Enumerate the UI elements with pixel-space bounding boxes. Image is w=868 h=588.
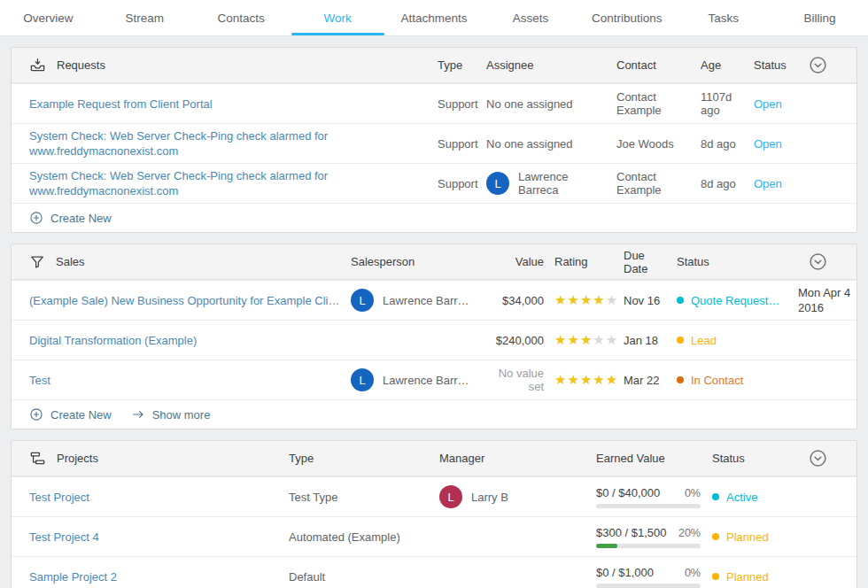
request-assignee: No one assigned: [476, 137, 606, 151]
requests-panel-title: Requests: [12, 57, 427, 74]
status-dot: [712, 573, 719, 580]
sale-due-date: Mar 22: [613, 374, 666, 387]
avatar: L: [351, 289, 374, 312]
earned-amount: $0 / $1,000: [596, 566, 654, 579]
column-header-status: Status: [701, 452, 787, 465]
earned-percent: 0%: [685, 487, 701, 499]
project-title-link[interactable]: Sample Project 2: [12, 569, 278, 584]
progress-bar: [596, 544, 701, 548]
tab-billing[interactable]: Billing: [771, 0, 868, 35]
status-dot: [677, 337, 684, 344]
tab-assets[interactable]: Assets: [482, 0, 578, 35]
column-header-status: Status: [666, 255, 787, 268]
request-contact: Contact Example: [606, 170, 690, 197]
request-title-link[interactable]: System Check: Web Server Check-Ping chec…: [12, 128, 427, 159]
sale-status-link[interactable]: Lead: [691, 334, 717, 347]
sale-salesperson: L Lawrence Barreca: [340, 289, 475, 312]
sale-salesperson: L Lawrence Barreca: [340, 368, 475, 391]
request-age: 8d ago: [690, 137, 743, 151]
column-header-manager: Manager: [429, 452, 585, 465]
arrow-right-icon: [131, 407, 145, 422]
sale-status-link[interactable]: In Contact: [691, 374, 743, 387]
project-status-link[interactable]: Active: [726, 491, 757, 504]
avatar: L: [439, 485, 462, 508]
sale-title-link[interactable]: Digital Transformation (Example): [12, 333, 340, 348]
create-new-sale-button[interactable]: Create New: [29, 407, 112, 422]
table-row: Sample Project 2 Default $0 / $1,000 0% …: [12, 556, 856, 588]
request-status-link[interactable]: Open: [754, 177, 782, 190]
tab-overview[interactable]: Overview: [0, 0, 97, 35]
assignee-name: Lawrence Barreca: [518, 170, 606, 197]
request-title-link[interactable]: System Check: Web Server Check-Ping chec…: [12, 168, 427, 198]
panel-title-label: Requests: [57, 58, 105, 72]
tab-work[interactable]: Work: [290, 0, 386, 35]
request-age: 8d ago: [690, 177, 743, 190]
sale-title-link[interactable]: (Example Sale) New Business Opportunity …: [12, 293, 340, 308]
tab-attachments[interactable]: Attachments: [386, 0, 483, 35]
chevron-down-circle-icon: [809, 252, 827, 271]
earned-amount: $300 / $1,500: [596, 526, 667, 539]
sale-date: Mon Apr 4 2016: [787, 285, 858, 315]
tab-contacts[interactable]: Contacts: [193, 0, 290, 35]
request-title-link[interactable]: Example Request from Client Portal: [12, 97, 427, 112]
chevron-down-circle-icon: [809, 56, 827, 74]
request-status-link[interactable]: Open: [754, 97, 782, 111]
project-title-link[interactable]: Test Project 4: [12, 530, 278, 545]
tab-stream[interactable]: Stream: [97, 0, 193, 35]
sale-status-link[interactable]: Quote Request…: [691, 294, 779, 307]
avatar: L: [351, 368, 374, 391]
sale-rating-stars[interactable]: ★★★★★: [544, 372, 613, 388]
sale-value: $240,000: [475, 334, 544, 347]
tab-contributions[interactable]: Contributions: [578, 0, 675, 35]
column-header-type: Type: [427, 58, 476, 72]
collapse-panel-button[interactable]: [809, 449, 827, 468]
column-header-age: Age: [690, 58, 743, 72]
table-row: Example Request from Client Portal Suppo…: [12, 83, 856, 123]
table-row: Test L Lawrence Barreca No value set ★★★…: [12, 360, 856, 399]
projects-panel-title: Projects: [12, 450, 278, 467]
status-dot: [677, 297, 684, 304]
column-header-type: Type: [278, 452, 429, 465]
inbox-icon: [29, 57, 46, 74]
tab-tasks[interactable]: Tasks: [675, 0, 771, 35]
project-status-link[interactable]: Planned: [726, 570, 769, 584]
requests-panel: Requests Type Assignee Contact Age Statu…: [11, 47, 857, 233]
table-row: System Check: Web Server Check-Ping chec…: [12, 123, 856, 163]
project-earned-value: $0 / $1,000 0%: [585, 566, 701, 588]
create-new-request-button[interactable]: Create New: [29, 211, 112, 225]
request-type: Support: [427, 137, 476, 151]
collapse-panel-button[interactable]: [809, 252, 827, 271]
progress-bar: [596, 584, 701, 588]
sale-title-link[interactable]: Test: [12, 373, 340, 388]
sale-status: Quote Request…: [666, 294, 787, 307]
project-status-link[interactable]: Planned: [726, 530, 769, 544]
sales-header: Sales Salesperson Value Rating Due Date …: [12, 244, 856, 280]
request-age: 1107d ago: [690, 90, 743, 117]
sales-footer: Create New Show more: [12, 399, 856, 429]
request-type: Support: [427, 97, 476, 111]
status-dot: [712, 533, 719, 540]
sale-rating-stars[interactable]: ★★★★★: [544, 332, 613, 348]
salesperson-name: Lawrence Barreca: [383, 294, 475, 307]
sale-due-date: Nov 16: [613, 294, 666, 307]
project-manager: L Larry B: [429, 485, 585, 508]
table-row: Test Project Test Type L Larry B $0 / $4…: [12, 476, 856, 516]
project-earned-value: $0 / $40,000 0%: [585, 486, 701, 508]
panel-title-label: Projects: [57, 452, 98, 465]
column-header-assignee: Assignee: [476, 58, 606, 72]
request-status-link[interactable]: Open: [754, 137, 782, 151]
sale-rating-stars[interactable]: ★★★★★: [544, 292, 613, 308]
table-row: Test Project 4 Automated (Example) $300 …: [12, 516, 856, 556]
show-more-sales-button[interactable]: Show more: [131, 407, 211, 422]
collapse-panel-button[interactable]: [809, 56, 827, 74]
column-header-due-date: Due Date: [613, 249, 666, 275]
column-header-value: Value: [475, 255, 544, 268]
status-dot: [677, 376, 684, 383]
gantt-icon: [29, 450, 46, 467]
table-row: System Check: Web Server Check-Ping chec…: [12, 163, 856, 203]
earned-percent: 0%: [685, 567, 701, 579]
column-header-earned-value: Earned Value: [585, 452, 701, 465]
project-title-link[interactable]: Test Project: [12, 490, 278, 505]
project-type: Automated (Example): [278, 530, 429, 544]
earned-amount: $0 / $40,000: [596, 486, 660, 499]
